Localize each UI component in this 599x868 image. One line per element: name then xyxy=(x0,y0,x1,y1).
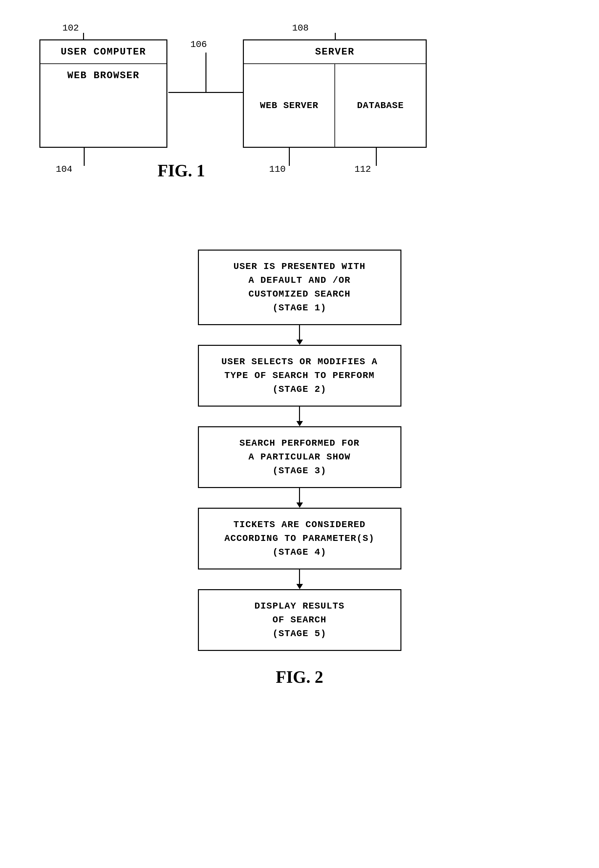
stage1-text: USER IS PRESENTED WITHA DEFAULT AND /ORC… xyxy=(233,261,366,313)
tick-102 xyxy=(83,33,84,40)
flow-arrow-3 xyxy=(296,488,303,508)
label-108: 108 xyxy=(292,23,309,33)
database-label: DATABASE xyxy=(335,64,426,147)
arrow-head-3 xyxy=(296,502,303,508)
stage4-text: TICKETS ARE CONSIDEREDACCORDING TO PARAM… xyxy=(224,520,375,557)
page: 102 106 108 USER COMPUTER WEB BROWSER SE… xyxy=(0,0,599,868)
flow-arrow-4 xyxy=(296,570,303,589)
fig2-label: FIG. 2 xyxy=(20,668,579,687)
web-server-label: WEB SERVER xyxy=(244,64,335,147)
arrow-line-3 xyxy=(299,488,300,502)
web-browser-label: WEB BROWSER xyxy=(41,64,166,87)
label-104: 104 xyxy=(56,164,72,174)
fig1-label: FIG. 1 xyxy=(158,161,205,180)
flow-box-stage4: TICKETS ARE CONSIDEREDACCORDING TO PARAM… xyxy=(198,508,402,570)
user-computer-title: USER COMPUTER xyxy=(41,41,166,64)
flow-box-stage2: USER SELECTS OR MODIFIES ATYPE OF SEARCH… xyxy=(198,345,402,407)
server-bottom-row: WEB SERVER DATABASE xyxy=(244,64,426,147)
label-112: 112 xyxy=(354,164,371,174)
server-title: SERVER xyxy=(244,41,426,64)
flow-box-stage1: USER IS PRESENTED WITHA DEFAULT AND /ORC… xyxy=(198,250,402,325)
flowchart: USER IS PRESENTED WITHA DEFAULT AND /ORC… xyxy=(20,250,579,651)
flow-arrow-2 xyxy=(296,407,303,426)
arrow-head-2 xyxy=(296,421,303,426)
tick-110-line xyxy=(289,148,290,166)
flow-arrow-1 xyxy=(296,325,303,345)
label-106: 106 xyxy=(190,39,207,50)
fig1-diagram: 102 106 108 USER COMPUTER WEB BROWSER SE… xyxy=(20,20,579,210)
label-102: 102 xyxy=(62,23,79,33)
arrow-head-1 xyxy=(296,340,303,345)
stage5-text: DISPLAY RESULTSOF SEARCH(STAGE 5) xyxy=(254,601,345,639)
tick-104-line xyxy=(84,148,85,166)
tick-108 xyxy=(335,33,336,40)
flow-box-stage5: DISPLAY RESULTSOF SEARCH(STAGE 5) xyxy=(198,589,402,651)
arrow-head-4 xyxy=(296,584,303,589)
arrow-line-2 xyxy=(299,407,300,421)
tick-112-line xyxy=(376,148,377,166)
flow-box-stage3: SEARCH PERFORMED FORA PARTICULAR SHOW(ST… xyxy=(198,426,402,488)
stage2-text: USER SELECTS OR MODIFIES ATYPE OF SEARCH… xyxy=(221,357,378,395)
connection-106-tick xyxy=(205,53,206,93)
user-computer-box: USER COMPUTER WEB BROWSER xyxy=(39,39,167,148)
label-110: 110 xyxy=(269,164,286,174)
stage3-text: SEARCH PERFORMED FORA PARTICULAR SHOW(ST… xyxy=(239,438,360,476)
arrow-line-4 xyxy=(299,570,300,584)
server-box: SERVER WEB SERVER DATABASE xyxy=(243,39,427,148)
arrow-line-1 xyxy=(299,325,300,340)
fig2-diagram: USER IS PRESENTED WITHA DEFAULT AND /ORC… xyxy=(20,250,579,687)
